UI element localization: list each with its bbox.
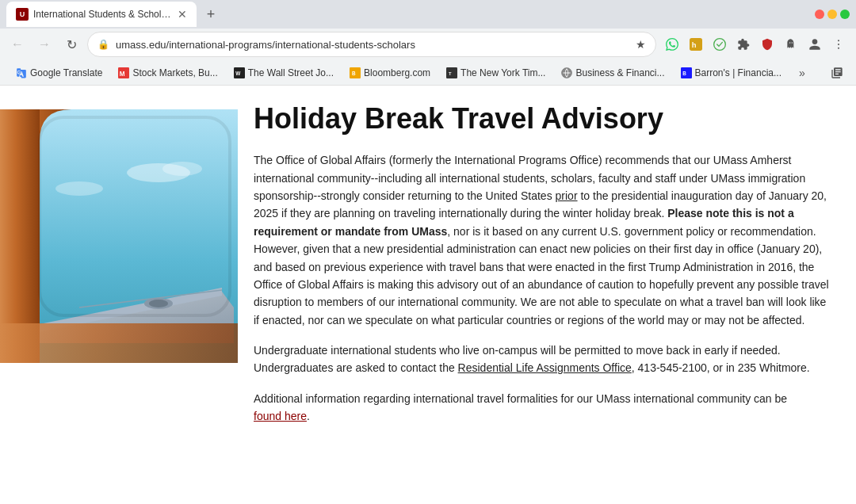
svg-point-22 (55, 181, 103, 196)
lock-icon: 🔒 (97, 39, 109, 50)
bookmark-wsj-label: The Wall Street Jo... (248, 67, 334, 78)
new-tab-button[interactable]: + (200, 3, 222, 25)
bookmark-star-icon[interactable]: ★ (636, 38, 646, 51)
security-extension-icon[interactable] (709, 33, 731, 55)
bookmark-google-translate-label: Google Translate (30, 67, 102, 78)
privacy-extension-icon[interactable] (756, 33, 778, 55)
svg-rect-12 (446, 67, 457, 78)
window-controls (815, 10, 850, 19)
reload-button[interactable]: ↻ (60, 33, 82, 55)
bookmark-business-financial[interactable]: Business & Financi... (555, 64, 671, 82)
paragraph-3: Additional information regarding interna… (254, 390, 832, 426)
page-body: The Office of Global Affairs (formerly t… (254, 151, 832, 425)
address-bar[interactable]: 🔒 umass.edu/international-programs/inter… (87, 32, 656, 57)
more-bookmarks-button[interactable]: » (793, 63, 812, 82)
wsj-favicon: W (234, 67, 245, 78)
honey-extension-icon[interactable]: h (685, 33, 707, 55)
svg-point-27 (149, 300, 168, 307)
bookmark-stock-markets[interactable]: M Stock Markets, Bu... (112, 64, 224, 82)
bloomberg-favicon: B (350, 67, 361, 78)
bookmark-nyt[interactable]: T The New York Tim... (440, 64, 552, 82)
page-content: Holiday Break Travel Advisory The Office… (0, 86, 856, 504)
svg-point-3 (838, 40, 839, 41)
paragraph-1: The Office of Global Affairs (formerly t… (254, 151, 832, 329)
plane-image (0, 109, 238, 363)
page-main-content: Holiday Break Travel Advisory The Office… (238, 86, 856, 504)
whatsapp-extension-icon[interactable] (661, 33, 683, 55)
paragraph-3-text-a: Additional information regarding interna… (254, 392, 787, 405)
bookmark-business-financial-label: Business & Financi... (575, 67, 664, 78)
svg-text:M: M (120, 70, 125, 77)
plane-window-illustration (0, 109, 238, 363)
stock-markets-favicon: M (118, 67, 129, 78)
bookmarks-bar: Google Translate M Stock Markets, Bu... … (0, 60, 856, 86)
paragraph-2: Undergraduate international students who… (254, 342, 832, 377)
svg-point-2 (714, 39, 726, 51)
svg-point-4 (838, 44, 839, 45)
nyt-favicon: T (446, 67, 457, 78)
google-translate-favicon (16, 67, 27, 78)
tab-bar: U International Students & Scholars ✕ + (0, 0, 856, 29)
page-left-column (0, 86, 238, 504)
found-here-link[interactable]: found here (254, 410, 307, 422)
bookmark-google-translate[interactable]: Google Translate (10, 64, 109, 82)
bookmark-barrons[interactable]: B Barron's | Financia... (674, 64, 788, 82)
window-maximize[interactable] (840, 10, 850, 19)
svg-text:B: B (682, 70, 686, 75)
tab-favicon: U (16, 8, 29, 21)
reading-list-icon[interactable] (827, 63, 846, 82)
profile-icon[interactable] (804, 33, 826, 55)
svg-text:W: W (235, 70, 241, 75)
more-options-icon[interactable] (827, 33, 850, 55)
page-title: Holiday Break Travel Advisory (254, 101, 832, 136)
svg-point-5 (838, 48, 839, 49)
bookmark-barrons-label: Barron's | Financia... (695, 67, 781, 78)
svg-point-21 (162, 162, 202, 176)
bookmark-bloomberg[interactable]: B Bloomberg.com (343, 64, 437, 82)
svg-text:B: B (352, 70, 356, 75)
residential-life-link[interactable]: Residential Life Assignments Office (458, 361, 632, 374)
forward-button[interactable]: → (33, 33, 55, 55)
barrons-favicon: B (681, 67, 692, 78)
window-close[interactable] (815, 10, 824, 19)
bookmark-nyt-label: The New York Tim... (460, 67, 545, 78)
prior-link[interactable]: prior (556, 189, 578, 202)
active-tab[interactable]: U International Students & Scholars ✕ (6, 2, 197, 27)
business-financial-favicon (561, 67, 572, 78)
toolbar-icons: h (661, 33, 850, 55)
svg-rect-29 (0, 323, 238, 363)
paragraph-1-text-c: , nor is it based on any current U.S. go… (254, 225, 829, 326)
found-suffix: . (307, 410, 310, 422)
url-display: umass.edu/international-programs/interna… (116, 39, 629, 51)
window-minimize[interactable] (827, 10, 837, 19)
tab-title: International Students & Scholars (33, 9, 171, 20)
svg-text:T: T (449, 71, 452, 75)
bookmark-bloomberg-label: Bloomberg.com (364, 67, 430, 78)
paragraph-2-text-b: , 413-545-2100, or in 235 Whitmore. (632, 361, 810, 374)
svg-text:h: h (692, 41, 697, 49)
bookmark-wsj[interactable]: W The Wall Street Jo... (227, 64, 340, 82)
address-bar-row: ← → ↻ 🔒 umass.edu/international-programs… (0, 29, 856, 60)
ghostery-extension-icon[interactable] (780, 33, 802, 55)
extensions-icon[interactable] (732, 33, 755, 55)
browser-chrome: U International Students & Scholars ✕ + … (0, 0, 856, 86)
back-button[interactable]: ← (6, 33, 29, 55)
bookmark-stock-markets-label: Stock Markets, Bu... (132, 67, 217, 78)
